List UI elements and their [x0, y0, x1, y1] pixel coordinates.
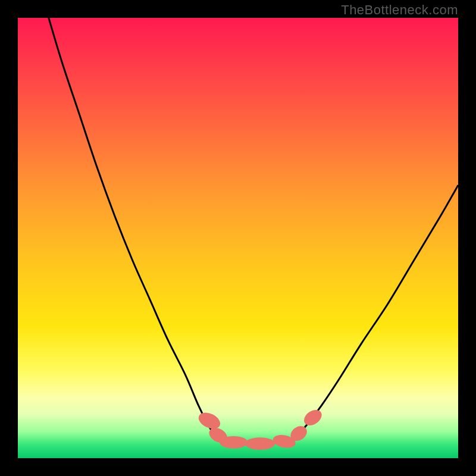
plot-area	[18, 18, 458, 458]
valley-marker	[245, 437, 275, 450]
bottleneck-curve	[49, 18, 458, 444]
watermark-text: TheBottleneck.com	[341, 2, 458, 18]
curve-group	[49, 18, 458, 444]
valley-marker	[301, 406, 324, 428]
marker-group	[196, 406, 324, 450]
chart-frame: TheBottleneck.com	[0, 0, 476, 476]
chart-svg	[18, 18, 458, 458]
valley-marker	[220, 436, 248, 449]
